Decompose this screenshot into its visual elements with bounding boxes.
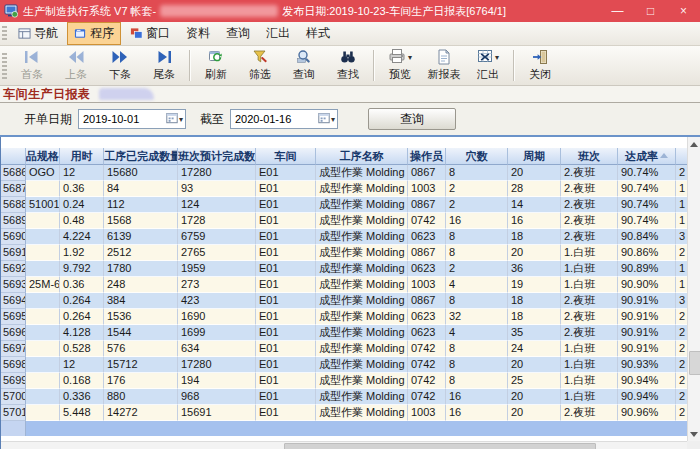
table-cell[interactable]: E01: [256, 197, 316, 213]
report-tab-title[interactable]: 车间生产日报表: [3, 86, 91, 103]
row-number-cell[interactable]: 5698: [1, 357, 26, 373]
table-row[interactable]: 57015.4481427215691E01成型作業 Molding100316…: [1, 405, 687, 421]
table-cell[interactable]: 384: [104, 293, 178, 309]
table-cell[interactable]: 90.74%: [618, 197, 676, 213]
table-row[interactable]: 56964.12815441699E01成型作業 Molding06234352…: [1, 325, 687, 341]
table-cell[interactable]: [26, 341, 60, 357]
table-row[interactable]: 56990.168176194E01成型作業 Molding07428251.白…: [1, 373, 687, 389]
table-cell[interactable]: 8: [446, 165, 508, 181]
table-row[interactable]: 56940.264384423E01成型作業 Molding08678182.夜…: [1, 293, 687, 309]
table-cell[interactable]: 90.74%: [618, 213, 676, 229]
table-cell[interactable]: 2.夜班: [561, 325, 618, 341]
table-cell[interactable]: 4.224: [60, 229, 104, 245]
table-cell[interactable]: 0623: [408, 229, 446, 245]
row-number-cell[interactable]: 5694: [1, 293, 26, 309]
table-cell[interactable]: [26, 325, 60, 341]
row-number-cell[interactable]: 5699: [1, 373, 26, 389]
table-cell[interactable]: E01: [256, 293, 316, 309]
scroll-up-arrow-icon[interactable]: [688, 138, 700, 150]
table-cell[interactable]: 2.夜班: [561, 229, 618, 245]
table-cell[interactable]: [26, 181, 60, 197]
next-record-button[interactable]: 下条: [98, 46, 142, 85]
table-cell[interactable]: 32: [446, 309, 508, 325]
table-cell[interactable]: 2512: [104, 245, 178, 261]
table-cell[interactable]: E01: [256, 341, 316, 357]
table-cell[interactable]: 1.白班: [561, 357, 618, 373]
table-cell[interactable]: 0742: [408, 357, 446, 373]
search-query-button[interactable]: 查询: [368, 108, 456, 130]
table-row[interactable]: 569325M-610.36248273E01成型作業 Molding10034…: [1, 277, 687, 293]
table-row[interactable]: 56911.9225122765E01成型作業 Molding08678201.…: [1, 245, 687, 261]
table-cell[interactable]: E01: [256, 181, 316, 197]
table-cell[interactable]: 2.夜班: [561, 213, 618, 229]
table-cell[interactable]: E01: [256, 357, 316, 373]
export-dropdown-caret[interactable]: ▾: [495, 53, 499, 62]
table-cell[interactable]: 124: [178, 197, 256, 213]
table-cell[interactable]: 90.84%: [618, 229, 676, 245]
table-cell[interactable]: 16: [446, 213, 508, 229]
column-header-9[interactable]: 周期: [508, 148, 561, 165]
menubar-grip[interactable]: [2, 26, 7, 42]
table-cell[interactable]: 0.36: [60, 181, 104, 197]
table-cell[interactable]: 194: [178, 373, 256, 389]
previous-record-button[interactable]: 上条: [54, 46, 98, 85]
table-cell[interactable]: 112: [104, 197, 178, 213]
table-cell[interactable]: E01: [256, 277, 316, 293]
menu-item-query[interactable]: 查询: [219, 22, 257, 45]
table-cell[interactable]: 2.夜班: [561, 165, 618, 181]
table-cell[interactable]: 8: [446, 293, 508, 309]
table-cell[interactable]: 90.91%: [618, 293, 676, 309]
table-cell[interactable]: 8: [446, 229, 508, 245]
column-header-11[interactable]: 达成率: [618, 148, 676, 165]
table-cell[interactable]: 0742: [408, 213, 446, 229]
table-cell[interactable]: 18: [508, 229, 561, 245]
table-cell[interactable]: 90.91%: [618, 325, 676, 341]
table-cell[interactable]: OGO: [26, 165, 60, 181]
table-cell[interactable]: 1690: [178, 309, 256, 325]
table-cell[interactable]: 9.792: [60, 261, 104, 277]
table-cell[interactable]: [26, 309, 60, 325]
column-header-1[interactable]: 品规格: [26, 148, 60, 165]
table-cell[interactable]: 成型作業 Molding: [316, 229, 408, 245]
row-number-cell[interactable]: 5695: [1, 309, 26, 325]
table-cell[interactable]: [26, 245, 60, 261]
table-cell[interactable]: 176: [104, 373, 178, 389]
table-cell[interactable]: 0.36: [60, 277, 104, 293]
column-header-3[interactable]: 工序已完成数量: [104, 148, 178, 165]
table-cell[interactable]: 0867: [408, 245, 446, 261]
menu-item-navigation[interactable]: 导航: [11, 22, 65, 45]
table-cell[interactable]: 18: [508, 309, 561, 325]
table-cell[interactable]: 6759: [178, 229, 256, 245]
table-cell[interactable]: 成型作業 Molding: [316, 277, 408, 293]
table-cell[interactable]: 25M-61: [26, 277, 60, 293]
table-cell[interactable]: 15680: [104, 165, 178, 181]
table-cell[interactable]: 1003: [408, 181, 446, 197]
start-date-calendar-button[interactable]: ▾: [166, 112, 185, 127]
table-cell[interactable]: 90.74%: [618, 181, 676, 197]
table-cell[interactable]: 2.夜班: [561, 309, 618, 325]
table-cell[interactable]: 0.528: [60, 341, 104, 357]
table-cell[interactable]: 17280: [178, 357, 256, 373]
table-cell[interactable]: [26, 293, 60, 309]
first-record-button[interactable]: 首条: [10, 46, 54, 85]
table-cell[interactable]: 25: [508, 373, 561, 389]
table-cell[interactable]: 1.白班: [561, 373, 618, 389]
table-cell[interactable]: E01: [256, 165, 316, 181]
table-cell[interactable]: 成型作業 Molding: [316, 213, 408, 229]
table-cell[interactable]: 90.93%: [618, 357, 676, 373]
selected-empty-row[interactable]: [1, 421, 687, 436]
table-cell[interactable]: 2: [446, 181, 508, 197]
table-cell[interactable]: 0.264: [60, 293, 104, 309]
table-cell[interactable]: 成型作業 Molding: [316, 405, 408, 421]
column-header-7[interactable]: 操作员: [408, 148, 446, 165]
table-cell[interactable]: 90.94%: [618, 373, 676, 389]
table-cell[interactable]: 20: [508, 389, 561, 405]
table-cell[interactable]: 248: [104, 277, 178, 293]
table-cell[interactable]: 2: [446, 197, 508, 213]
table-cell[interactable]: 19: [508, 277, 561, 293]
table-cell[interactable]: 8: [446, 245, 508, 261]
table-cell[interactable]: 2.夜班: [561, 293, 618, 309]
table-cell[interactable]: 0.48: [60, 213, 104, 229]
table-cell[interactable]: E01: [256, 405, 316, 421]
table-cell[interactable]: 2.夜班: [561, 181, 618, 197]
